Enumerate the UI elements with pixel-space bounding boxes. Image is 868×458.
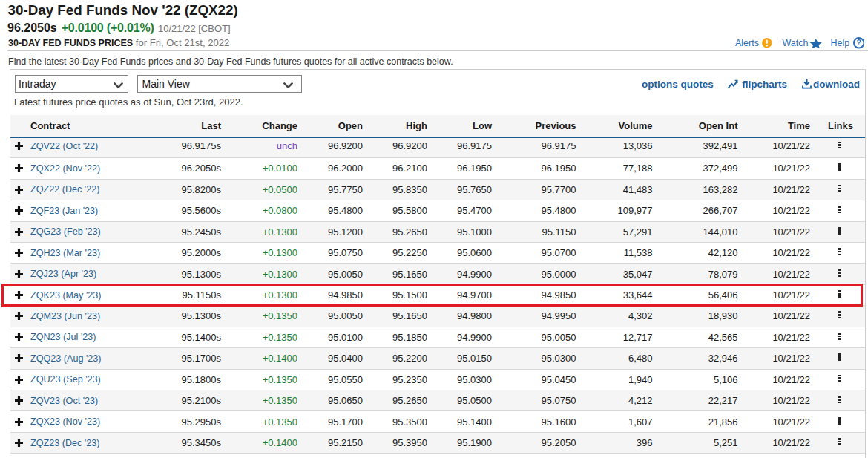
svg-text:?: ? (856, 38, 861, 47)
